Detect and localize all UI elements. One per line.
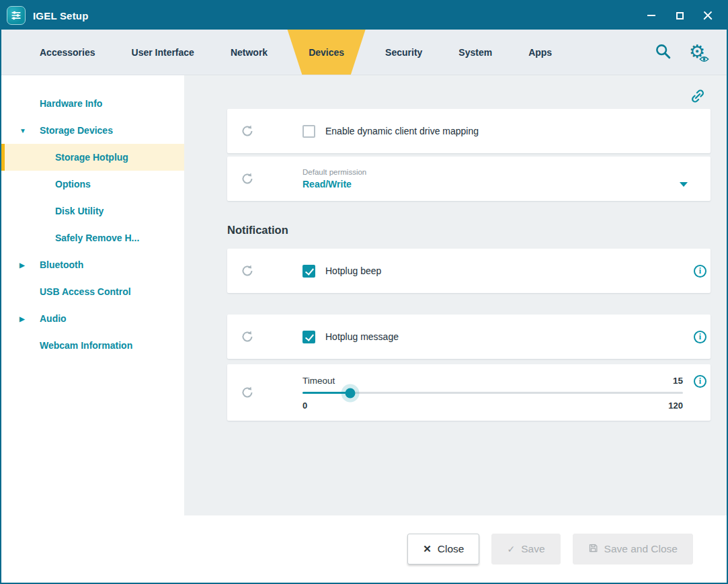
- sidebar-item-hardware-info[interactable]: Hardware Info: [1, 90, 184, 117]
- sidebar-nav: Hardware Info ▼Storage Devices Storage H…: [1, 75, 184, 515]
- tab-network[interactable]: Network: [212, 30, 286, 75]
- reset-to-default-icon[interactable]: [227, 124, 268, 138]
- maximize-button[interactable]: [668, 5, 692, 26]
- title-bar: IGEL Setup: [1, 1, 727, 30]
- tab-label: Accessories: [40, 47, 95, 58]
- sidebar-item-label: Bluetooth: [40, 259, 83, 270]
- chevron-right-icon[interactable]: ▶: [19, 315, 25, 323]
- footer-bar: ✕ Close ✓ Save Save and Close: [1, 515, 727, 583]
- info-icon[interactable]: i: [694, 375, 706, 388]
- gear-eye-icon[interactable]: ⚙: [686, 42, 708, 63]
- tab-label: Security: [385, 47, 422, 58]
- chevron-down-icon[interactable]: [680, 182, 688, 187]
- sidebar-item-label: Hardware Info: [40, 98, 102, 109]
- link-icon[interactable]: [689, 87, 706, 108]
- hotplug-beep-label: Hotplug beep: [325, 265, 381, 276]
- window-title: IGEL Setup: [33, 10, 89, 22]
- param-row-default-permission: Default permission Read/Write: [227, 157, 711, 201]
- sidebar-item-usb-access-control[interactable]: USB Access Control: [1, 278, 184, 305]
- sidebar-item-label: Disk Utility: [55, 206, 104, 216]
- search-icon[interactable]: [654, 42, 672, 62]
- save-and-close-button[interactable]: Save and Close: [573, 534, 693, 565]
- default-permission-select[interactable]: Default permission Read/Write: [302, 161, 697, 196]
- reset-to-default-icon[interactable]: [227, 172, 268, 185]
- drive-mapping-checkbox[interactable]: [302, 125, 315, 138]
- hotplug-beep-checkbox[interactable]: [302, 265, 315, 278]
- timeout-field: Timeout 15 0 120: [268, 368, 683, 417]
- tabbar-icons: ⚙: [654, 30, 715, 75]
- drive-mapping-label: Enable dynamic client drive mapping: [325, 126, 479, 136]
- sidebar-item-webcam-information[interactable]: Webcam Information: [1, 332, 184, 359]
- save-button[interactable]: ✓ Save: [491, 534, 560, 565]
- slider-thumb[interactable]: [345, 388, 355, 398]
- tab-security[interactable]: Security: [367, 30, 440, 75]
- param-row-timeout: Timeout 15 0 120 i: [227, 364, 711, 421]
- timeout-slider[interactable]: [302, 392, 683, 394]
- slider-fill: [302, 392, 350, 394]
- floppy-icon: [588, 543, 598, 555]
- minimize-icon: [647, 15, 655, 16]
- sidebar-item-label: Audio: [40, 313, 67, 324]
- sidebar-item-storage-devices[interactable]: ▼Storage Devices: [1, 117, 184, 144]
- reset-to-default-icon[interactable]: [227, 330, 268, 343]
- tab-devices[interactable]: Devices: [286, 30, 367, 75]
- hotplug-message-label: Hotplug message: [325, 331, 399, 342]
- close-icon: [703, 11, 713, 20]
- tab-user-interface[interactable]: User Interface: [114, 30, 212, 75]
- save-button-label: Save: [521, 543, 544, 555]
- default-permission-field: Default permission Read/Write: [268, 161, 711, 196]
- info-icon[interactable]: i: [694, 331, 706, 343]
- tab-system[interactable]: System: [440, 30, 510, 75]
- igel-setup-window: IGEL Setup Accessories User Interface Ne…: [0, 0, 728, 584]
- timeout-label: Timeout: [302, 376, 335, 386]
- section-title-notification: Notification: [227, 224, 711, 237]
- hotplug-beep-field: Hotplug beep: [268, 265, 683, 278]
- sidebar-item-label: USB Access Control: [40, 286, 131, 297]
- eye-icon: [699, 56, 709, 62]
- sidebar-item-audio[interactable]: ▶Audio: [1, 305, 184, 332]
- maximize-icon: [676, 12, 684, 19]
- content-panel: Enable dynamic client drive mapping Defa…: [184, 75, 727, 515]
- save-and-close-button-label: Save and Close: [604, 543, 678, 555]
- main-body: Hardware Info ▼Storage Devices Storage H…: [1, 75, 727, 515]
- sidebar-item-options[interactable]: Options: [1, 171, 184, 198]
- tab-apps[interactable]: Apps: [510, 30, 570, 75]
- tab-accessories[interactable]: Accessories: [22, 30, 114, 75]
- sidebar-item-disk-utility[interactable]: Disk Utility: [1, 198, 184, 224]
- tab-label: Apps: [528, 47, 552, 58]
- check-icon: ✓: [507, 544, 515, 554]
- timeout-value: 15: [673, 376, 683, 386]
- default-permission-label: Default permission: [302, 168, 697, 176]
- window-controls: [639, 5, 720, 26]
- chevron-down-icon[interactable]: ▼: [19, 127, 26, 134]
- tab-label: System: [458, 47, 492, 58]
- hotplug-message-field: Hotplug message: [268, 331, 683, 343]
- sidebar-item-bluetooth[interactable]: ▶Bluetooth: [1, 251, 184, 278]
- info-icon[interactable]: i: [694, 265, 706, 278]
- reset-to-default-icon[interactable]: [227, 386, 268, 399]
- param-row-hotplug-message: Hotplug message i: [227, 315, 711, 359]
- tab-bar: Accessories User Interface Network Devic…: [1, 30, 727, 75]
- sidebar-item-label: Options: [55, 179, 91, 190]
- x-icon: ✕: [423, 543, 432, 555]
- default-permission-value: Read/Write: [302, 179, 352, 190]
- close-button-label: Close: [438, 543, 464, 555]
- sidebar-item-safely-remove[interactable]: Safely Remove H...: [1, 224, 184, 251]
- chevron-right-icon[interactable]: ▶: [19, 261, 25, 269]
- hotplug-message-checkbox[interactable]: [302, 331, 315, 343]
- param-row-hotplug-beep: Hotplug beep i: [227, 249, 711, 293]
- timeout-min: 0: [302, 401, 307, 411]
- reset-to-default-icon[interactable]: [227, 264, 268, 278]
- close-button[interactable]: [696, 5, 720, 26]
- close-setup-button[interactable]: ✕ Close: [407, 534, 479, 565]
- tab-label: User Interface: [132, 47, 194, 58]
- sidebar-item-label: Webcam Information: [40, 340, 132, 351]
- sidebar-item-storage-hotplug[interactable]: Storage Hotplug: [1, 144, 184, 171]
- tab-label: Network: [231, 47, 268, 58]
- timeout-max: 120: [668, 401, 683, 411]
- tab-label: Devices: [309, 47, 344, 58]
- igel-logo-icon: [7, 6, 26, 25]
- sidebar-item-label: Storage Hotplug: [55, 152, 128, 163]
- minimize-button[interactable]: [639, 5, 663, 26]
- param-row-drive-mapping: Enable dynamic client drive mapping: [227, 109, 711, 153]
